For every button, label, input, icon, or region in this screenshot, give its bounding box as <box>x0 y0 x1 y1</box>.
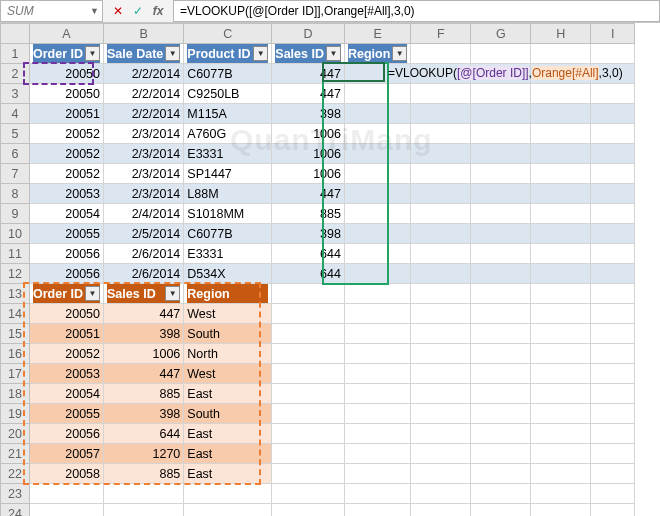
cell[interactable] <box>272 344 345 364</box>
cell[interactable] <box>344 464 410 484</box>
row-header[interactable]: 13 <box>1 284 30 304</box>
cell[interactable] <box>411 424 471 444</box>
cell[interactable] <box>411 244 471 264</box>
cell[interactable] <box>591 444 635 464</box>
cell[interactable] <box>471 44 531 64</box>
cell[interactable] <box>344 504 410 517</box>
cell[interactable] <box>471 244 531 264</box>
cell[interactable] <box>471 264 531 284</box>
cell[interactable]: 644 <box>104 424 184 444</box>
cell[interactable]: 885 <box>104 464 184 484</box>
cell[interactable]: 20056 <box>30 424 104 444</box>
col-header-G[interactable]: G <box>471 24 531 44</box>
cell[interactable] <box>531 464 591 484</box>
cell[interactable] <box>344 164 410 184</box>
cell[interactable]: 20052 <box>30 144 104 164</box>
col-header-D[interactable]: D <box>272 24 345 44</box>
cell[interactable]: 20058 <box>30 464 104 484</box>
cell[interactable] <box>531 164 591 184</box>
cell[interactable]: A760G <box>184 124 272 144</box>
cell[interactable] <box>531 444 591 464</box>
cell[interactable]: Sales ID▼ <box>104 284 184 304</box>
cell[interactable] <box>471 64 531 84</box>
cell[interactable] <box>471 204 531 224</box>
cell[interactable]: Region <box>184 284 272 304</box>
cell[interactable] <box>591 384 635 404</box>
cell[interactable] <box>591 484 635 504</box>
cell[interactable] <box>531 144 591 164</box>
cell[interactable] <box>531 204 591 224</box>
cell[interactable] <box>471 504 531 517</box>
cell[interactable]: East <box>184 444 272 464</box>
row-header[interactable]: 8 <box>1 184 30 204</box>
cell[interactable] <box>30 504 104 517</box>
cell[interactable] <box>411 204 471 224</box>
cell[interactable]: East <box>184 424 272 444</box>
cell[interactable]: 2/3/2014 <box>104 144 184 164</box>
cell[interactable]: 20057 <box>30 444 104 464</box>
cell[interactable] <box>471 324 531 344</box>
cell[interactable] <box>531 384 591 404</box>
row-header[interactable]: 15 <box>1 324 30 344</box>
cell[interactable]: 398 <box>272 224 345 244</box>
cell[interactable]: 20050 <box>30 84 104 104</box>
filter-icon[interactable]: ▼ <box>85 286 100 301</box>
cell[interactable]: 20056 <box>30 244 104 264</box>
cell[interactable]: 644 <box>272 244 345 264</box>
col-header-A[interactable]: A <box>30 24 104 44</box>
cell[interactable] <box>411 144 471 164</box>
row-header[interactable]: 3 <box>1 84 30 104</box>
cell[interactable]: 20050 <box>30 64 104 84</box>
cell[interactable] <box>344 324 410 344</box>
cell[interactable] <box>344 284 410 304</box>
cell[interactable] <box>344 364 410 384</box>
cell[interactable]: 2/6/2014 <box>104 264 184 284</box>
cell[interactable] <box>411 464 471 484</box>
row-header[interactable]: 5 <box>1 124 30 144</box>
cell[interactable] <box>411 64 471 84</box>
cell[interactable]: 447 <box>104 304 184 324</box>
cell[interactable]: 2/5/2014 <box>104 224 184 244</box>
cell[interactable]: C6077B <box>184 224 272 244</box>
cell[interactable]: 20055 <box>30 224 104 244</box>
filter-icon[interactable]: ▼ <box>165 46 180 61</box>
cell[interactable] <box>411 444 471 464</box>
cell[interactable]: E3331 <box>184 244 272 264</box>
row-header[interactable]: 1 <box>1 44 30 64</box>
cell[interactable] <box>411 304 471 324</box>
cell[interactable] <box>344 124 410 144</box>
row-header[interactable]: 18 <box>1 384 30 404</box>
cell[interactable]: 398 <box>104 324 184 344</box>
cell[interactable] <box>344 204 410 224</box>
cell[interactable]: 1006 <box>272 164 345 184</box>
cell[interactable]: 2/3/2014 <box>104 124 184 144</box>
cell[interactable]: 644 <box>272 264 345 284</box>
cell[interactable]: Region▼ <box>344 44 410 64</box>
cell[interactable] <box>531 344 591 364</box>
col-header-C[interactable]: C <box>184 24 272 44</box>
cell[interactable]: L88M <box>184 184 272 204</box>
filter-icon[interactable]: ▼ <box>85 46 100 61</box>
cell[interactable] <box>272 464 345 484</box>
cell[interactable]: 2/3/2014 <box>104 164 184 184</box>
cell[interactable]: 1006 <box>272 124 345 144</box>
cell[interactable]: 447 <box>272 84 345 104</box>
cell[interactable] <box>344 104 410 124</box>
cell[interactable]: 20056 <box>30 264 104 284</box>
cell[interactable] <box>471 184 531 204</box>
cell[interactable] <box>531 104 591 124</box>
cell[interactable] <box>591 284 635 304</box>
cell[interactable]: 20050 <box>30 304 104 324</box>
cell[interactable] <box>272 444 345 464</box>
cell[interactable]: C6077B <box>184 64 272 84</box>
cell[interactable] <box>471 144 531 164</box>
cell[interactable] <box>104 484 184 504</box>
cell[interactable]: E3331 <box>184 144 272 164</box>
col-header-F[interactable]: F <box>411 24 471 44</box>
cell[interactable] <box>591 164 635 184</box>
cell[interactable] <box>411 84 471 104</box>
cell[interactable] <box>344 304 410 324</box>
cell[interactable] <box>471 164 531 184</box>
col-header-I[interactable]: I <box>591 24 635 44</box>
cell[interactable] <box>471 444 531 464</box>
